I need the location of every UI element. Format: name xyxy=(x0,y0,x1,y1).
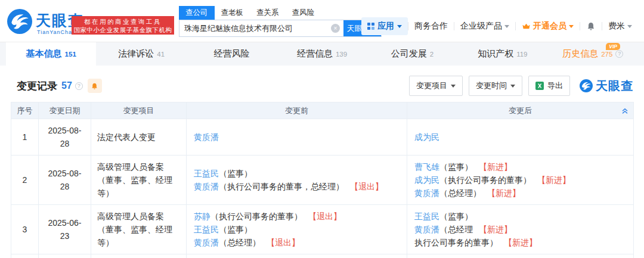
tab-history-info[interactable]: VIP 历史信息 275 ? xyxy=(548,42,638,66)
slogan-banner: 都在用的商业查询工具 国家中小企业发展子基金旗下机构 xyxy=(72,16,174,35)
username: 费米 xyxy=(608,21,625,32)
role-text: （监事） xyxy=(439,212,473,221)
tab-label: 法律诉讼 xyxy=(118,48,154,60)
change-item-cell: 高级管理人员备案（董事、监事、经理等） xyxy=(91,156,187,205)
change-item-cell: 法定代表人变更 xyxy=(91,254,187,258)
header-nav: 应用 商务合作 企业级产品 开通会员 费米 xyxy=(361,17,638,36)
chevron-down-icon xyxy=(510,85,515,88)
collapse-chevrons-icon[interactable] xyxy=(621,107,628,114)
person-link[interactable]: 王益民 xyxy=(194,225,219,234)
nav-enterprise-label: 企业级产品 xyxy=(460,21,502,32)
person-link[interactable]: 苏静 xyxy=(194,212,210,221)
change-item-cell: 法定代表人变更 xyxy=(91,119,187,156)
section-title: 变更记录 xyxy=(17,79,57,93)
clear-icon[interactable]: × xyxy=(331,24,340,33)
excel-icon xyxy=(535,82,544,90)
change-line: 苏静（执行公司事务的董事）【退出】 xyxy=(194,210,400,223)
person-link[interactable]: 黄质潘 xyxy=(194,182,219,191)
row-index-cell: 1 xyxy=(11,119,39,156)
help-icon[interactable]: ? xyxy=(75,82,83,90)
nav-enterprise-products[interactable]: 企业级产品 xyxy=(454,21,515,32)
tab-count: 119 xyxy=(516,51,527,58)
role-text: （监事） xyxy=(439,162,473,172)
search-tab-boss[interactable]: 查老板 xyxy=(215,6,250,20)
bell-icon xyxy=(586,21,596,31)
change-item-cell: 高级管理人员备案（董事、监事、经理等） xyxy=(91,205,187,254)
header-before: 变更前 xyxy=(187,102,407,119)
person-link[interactable]: 成为民 xyxy=(414,175,439,185)
tab-count: 2 xyxy=(430,51,434,58)
search-row: × 天眼一下 xyxy=(179,20,382,37)
person-link[interactable]: 黄质潘 xyxy=(194,132,219,142)
change-line: 王益民（监事） xyxy=(194,167,400,180)
status-tag: 【退出】 xyxy=(350,182,383,191)
chevron-down-icon xyxy=(627,25,632,28)
export-button[interactable]: 导出 xyxy=(528,76,570,96)
monitor-bell-button[interactable] xyxy=(88,79,102,93)
tab-intellectual-property[interactable]: 知识产权 119 xyxy=(457,42,547,66)
tab-basic-info[interactable]: 基本信息 151 xyxy=(6,42,96,66)
tab-count: 41 xyxy=(157,51,165,58)
filter-change-item-button[interactable]: 变更项目 xyxy=(409,76,463,96)
search-tabs: 查公司 查老板 查关系 查风险 xyxy=(179,6,382,20)
tab-label: 公司发展 xyxy=(391,48,427,60)
apps-grid-icon xyxy=(367,23,374,30)
nav-user-menu[interactable]: 费米 xyxy=(602,21,638,32)
tab-label: 知识产权 xyxy=(478,48,513,60)
status-tag: 【退出】 xyxy=(308,212,342,221)
search-tab-company[interactable]: 查公司 xyxy=(179,6,215,20)
role-text: （监事） xyxy=(219,169,252,178)
export-label: 导出 xyxy=(547,80,563,91)
watermark-text: 天眼查 xyxy=(596,78,633,94)
tab-label: 经营风险 xyxy=(214,48,250,60)
nav-open-vip[interactable]: 开通会员 xyxy=(516,21,580,32)
role-text: （总经理） xyxy=(439,188,481,198)
tianyancha-logo-icon[interactable] xyxy=(7,9,32,34)
change-records-table: 序号 变更日期 变更项目 变更前 变更后 12025-08-28法定代表人变更黄… xyxy=(11,102,634,258)
slogan-line-2: 国家中小企业发展子基金旗下机构 xyxy=(72,26,174,34)
tab-legal-proceedings[interactable]: 法律诉讼 41 xyxy=(96,42,186,66)
tab-label: 基本信息 xyxy=(26,48,62,60)
row-index-cell: 2 xyxy=(11,156,39,205)
person-link[interactable]: 王益民 xyxy=(414,212,439,221)
person-link[interactable]: 黄质潘 xyxy=(194,238,219,247)
filter-change-time-button[interactable]: 变更时间 xyxy=(469,76,522,96)
status-tag: 【退出】 xyxy=(267,238,300,247)
role-text: 执行公司事务的董事） xyxy=(414,238,498,247)
crown-icon xyxy=(522,23,531,30)
change-line: 黄质潘（执行公司事务的董事，总经理）【退出】 xyxy=(194,180,400,193)
change-before-cell: 苏静（执行公司事务的董事）【退出】王益民（监事）黄质潘（总经理）【退出】 xyxy=(187,205,407,254)
change-date-cell: 2025-08-28 xyxy=(39,156,91,205)
role-text: （总经理） xyxy=(219,238,261,247)
person-link[interactable]: 王益民 xyxy=(194,169,219,178)
nav-business-cooperation[interactable]: 商务合作 xyxy=(408,21,454,32)
nav-apps-label: 应用 xyxy=(377,21,394,32)
search-input[interactable] xyxy=(179,20,331,36)
person-link[interactable]: 黄质潘 xyxy=(414,225,439,234)
status-tag: 【新进】 xyxy=(479,225,512,234)
header-after: 变更后 xyxy=(407,102,634,119)
role-text: （执行公司事务的董事） xyxy=(439,175,531,185)
search-tab-risk[interactable]: 查风险 xyxy=(286,6,321,20)
table-row: 12025-08-28法定代表人变更黄质潘成为民 xyxy=(11,119,634,156)
person-link[interactable]: 成为民 xyxy=(414,132,439,142)
company-tab-bar: 基本信息 151 法律诉讼 41 经营风险 经营信息 139 公司发展 2 知识… xyxy=(0,42,644,66)
search-tab-relation[interactable]: 查关系 xyxy=(250,6,286,20)
role-text: （执行公司事务的董事） xyxy=(210,212,302,221)
chevron-down-icon xyxy=(397,25,402,28)
person-link[interactable]: 曹飞雄 xyxy=(414,162,439,172)
table-row: 42025-06-23法定代表人变更苏静黄质潘 xyxy=(11,254,634,258)
help-icon[interactable]: ? xyxy=(615,50,623,58)
tab-business-info[interactable]: 经营信息 139 xyxy=(277,42,367,66)
tab-count: 275 xyxy=(601,51,612,58)
header-date: 变更日期 xyxy=(39,102,91,119)
section-count: 57 xyxy=(61,80,72,91)
tab-company-development[interactable]: 公司发展 2 xyxy=(367,42,457,66)
vip-badge: VIP xyxy=(606,43,620,50)
tab-count: 151 xyxy=(65,51,76,58)
notification-bell-button[interactable] xyxy=(580,21,602,31)
row-index-cell: 3 xyxy=(11,205,39,254)
nav-apps-menu[interactable]: 应用 xyxy=(361,17,408,35)
tab-operating-risk[interactable]: 经营风险 xyxy=(187,42,277,66)
person-link[interactable]: 黄质潘 xyxy=(414,188,439,198)
